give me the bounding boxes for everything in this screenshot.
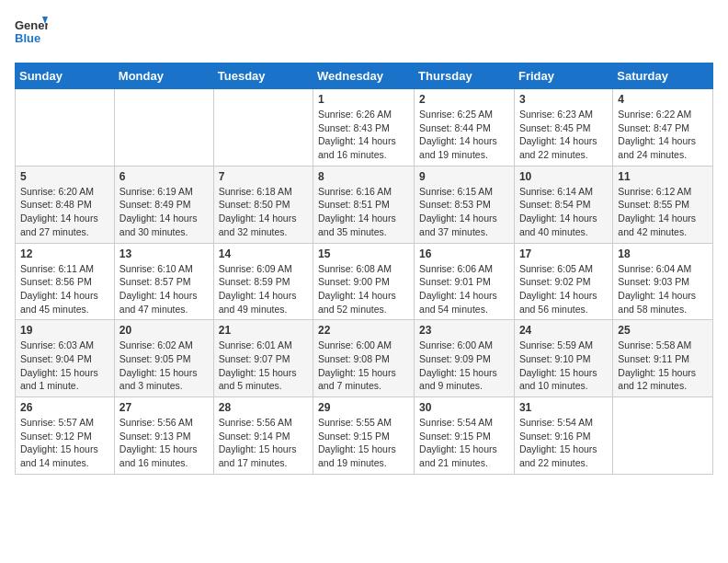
- calendar-cell: 30Sunrise: 5:54 AM Sunset: 9:15 PM Dayli…: [415, 397, 515, 475]
- calendar-cell: 25Sunrise: 5:58 AM Sunset: 9:11 PM Dayli…: [613, 320, 713, 397]
- calendar-week-row: 26Sunrise: 5:57 AM Sunset: 9:12 PM Dayli…: [16, 397, 713, 475]
- day-info: Sunrise: 6:20 AM Sunset: 8:48 PM Dayligh…: [20, 185, 109, 239]
- day-info: Sunrise: 6:25 AM Sunset: 8:44 PM Dayligh…: [419, 108, 509, 162]
- day-number: 2: [419, 93, 509, 106]
- day-info: Sunrise: 5:55 AM Sunset: 9:15 PM Dayligh…: [318, 416, 409, 470]
- day-info: Sunrise: 6:16 AM Sunset: 8:51 PM Dayligh…: [318, 185, 409, 239]
- day-info: Sunrise: 5:56 AM Sunset: 9:13 PM Dayligh…: [119, 416, 209, 470]
- logo-graphic: General Blue: [15, 15, 48, 52]
- weekday-header: Tuesday: [213, 63, 313, 89]
- day-info: Sunrise: 6:03 AM Sunset: 9:04 PM Dayligh…: [20, 339, 109, 393]
- day-number: 8: [318, 170, 409, 183]
- day-info: Sunrise: 6:12 AM Sunset: 8:55 PM Dayligh…: [618, 185, 708, 239]
- day-number: 16: [419, 247, 509, 260]
- day-info: Sunrise: 5:59 AM Sunset: 9:10 PM Dayligh…: [519, 339, 608, 393]
- day-number: 3: [519, 93, 608, 106]
- day-number: 27: [119, 401, 209, 414]
- calendar-cell: 8Sunrise: 6:16 AM Sunset: 8:51 PM Daylig…: [313, 166, 415, 243]
- day-number: 6: [119, 170, 209, 183]
- calendar-cell: 15Sunrise: 6:08 AM Sunset: 9:00 PM Dayli…: [313, 243, 415, 320]
- weekday-header: Monday: [114, 63, 213, 89]
- calendar-cell: 20Sunrise: 6:02 AM Sunset: 9:05 PM Dayli…: [114, 320, 213, 397]
- day-info: Sunrise: 5:54 AM Sunset: 9:16 PM Dayligh…: [519, 416, 608, 470]
- day-info: Sunrise: 6:00 AM Sunset: 9:08 PM Dayligh…: [318, 339, 409, 393]
- calendar-cell: 29Sunrise: 5:55 AM Sunset: 9:15 PM Dayli…: [313, 397, 415, 475]
- day-info: Sunrise: 6:22 AM Sunset: 8:47 PM Dayligh…: [618, 108, 708, 162]
- weekday-header-row: SundayMondayTuesdayWednesdayThursdayFrid…: [16, 63, 713, 89]
- calendar-cell: 27Sunrise: 5:56 AM Sunset: 9:13 PM Dayli…: [114, 397, 213, 475]
- day-number: 24: [519, 324, 608, 337]
- calendar-cell: 5Sunrise: 6:20 AM Sunset: 8:48 PM Daylig…: [16, 166, 115, 243]
- calendar-cell: 7Sunrise: 6:18 AM Sunset: 8:50 PM Daylig…: [213, 166, 313, 243]
- calendar-cell: 14Sunrise: 6:09 AM Sunset: 8:59 PM Dayli…: [213, 243, 313, 320]
- calendar-cell: 10Sunrise: 6:14 AM Sunset: 8:54 PM Dayli…: [514, 166, 612, 243]
- day-info: Sunrise: 5:56 AM Sunset: 9:14 PM Dayligh…: [219, 416, 308, 470]
- day-info: Sunrise: 6:26 AM Sunset: 8:43 PM Dayligh…: [318, 108, 409, 162]
- weekday-header: Thursday: [415, 63, 515, 89]
- svg-text:General: General: [15, 18, 48, 32]
- day-number: 22: [318, 324, 409, 337]
- calendar-week-row: 12Sunrise: 6:11 AM Sunset: 8:56 PM Dayli…: [16, 243, 713, 320]
- calendar-cell: [114, 89, 213, 167]
- day-number: 14: [219, 247, 308, 260]
- calendar-cell: 6Sunrise: 6:19 AM Sunset: 8:49 PM Daylig…: [114, 166, 213, 243]
- day-number: 18: [618, 247, 708, 260]
- day-number: 5: [20, 170, 109, 183]
- day-info: Sunrise: 6:10 AM Sunset: 8:57 PM Dayligh…: [119, 262, 209, 316]
- calendar-cell: [213, 89, 313, 167]
- calendar-cell: 24Sunrise: 5:59 AM Sunset: 9:10 PM Dayli…: [514, 320, 612, 397]
- day-number: 20: [119, 324, 209, 337]
- day-number: 12: [20, 247, 109, 260]
- calendar-cell: 13Sunrise: 6:10 AM Sunset: 8:57 PM Dayli…: [114, 243, 213, 320]
- calendar-cell: 18Sunrise: 6:04 AM Sunset: 9:03 PM Dayli…: [613, 243, 713, 320]
- day-number: 4: [618, 93, 708, 106]
- day-number: 30: [419, 401, 509, 414]
- day-info: Sunrise: 6:23 AM Sunset: 8:45 PM Dayligh…: [519, 108, 608, 162]
- weekday-header: Sunday: [16, 63, 115, 89]
- calendar-cell: [16, 89, 115, 167]
- day-info: Sunrise: 6:06 AM Sunset: 9:01 PM Dayligh…: [419, 262, 509, 316]
- day-number: 13: [119, 247, 209, 260]
- day-number: 19: [20, 324, 109, 337]
- day-number: 15: [318, 247, 409, 260]
- calendar-cell: 9Sunrise: 6:15 AM Sunset: 8:53 PM Daylig…: [415, 166, 515, 243]
- day-info: Sunrise: 5:57 AM Sunset: 9:12 PM Dayligh…: [20, 416, 109, 470]
- day-info: Sunrise: 6:08 AM Sunset: 9:00 PM Dayligh…: [318, 262, 409, 316]
- day-number: 26: [20, 401, 109, 414]
- calendar-cell: 4Sunrise: 6:22 AM Sunset: 8:47 PM Daylig…: [613, 89, 713, 167]
- day-info: Sunrise: 6:04 AM Sunset: 9:03 PM Dayligh…: [618, 262, 708, 316]
- calendar-cell: 2Sunrise: 6:25 AM Sunset: 8:44 PM Daylig…: [415, 89, 515, 167]
- page-header: General Blue: [15, 15, 713, 52]
- calendar-cell: 16Sunrise: 6:06 AM Sunset: 9:01 PM Dayli…: [415, 243, 515, 320]
- day-info: Sunrise: 6:05 AM Sunset: 9:02 PM Dayligh…: [519, 262, 608, 316]
- calendar-cell: 23Sunrise: 6:00 AM Sunset: 9:09 PM Dayli…: [415, 320, 515, 397]
- logo-container: General Blue: [15, 15, 51, 52]
- calendar-week-row: 19Sunrise: 6:03 AM Sunset: 9:04 PM Dayli…: [16, 320, 713, 397]
- day-number: 17: [519, 247, 608, 260]
- weekday-header: Saturday: [613, 63, 713, 89]
- day-info: Sunrise: 5:54 AM Sunset: 9:15 PM Dayligh…: [419, 416, 509, 470]
- day-info: Sunrise: 6:09 AM Sunset: 8:59 PM Dayligh…: [219, 262, 308, 316]
- calendar-cell: 22Sunrise: 6:00 AM Sunset: 9:08 PM Dayli…: [313, 320, 415, 397]
- day-number: 29: [318, 401, 409, 414]
- calendar-cell: 21Sunrise: 6:01 AM Sunset: 9:07 PM Dayli…: [213, 320, 313, 397]
- weekday-header: Wednesday: [313, 63, 415, 89]
- day-number: 11: [618, 170, 708, 183]
- day-info: Sunrise: 6:15 AM Sunset: 8:53 PM Dayligh…: [419, 185, 509, 239]
- calendar-cell: 26Sunrise: 5:57 AM Sunset: 9:12 PM Dayli…: [16, 397, 115, 475]
- day-info: Sunrise: 6:14 AM Sunset: 8:54 PM Dayligh…: [519, 185, 608, 239]
- weekday-header: Friday: [514, 63, 612, 89]
- day-info: Sunrise: 6:19 AM Sunset: 8:49 PM Dayligh…: [119, 185, 209, 239]
- calendar-table: SundayMondayTuesdayWednesdayThursdayFrid…: [15, 63, 713, 475]
- day-number: 28: [219, 401, 308, 414]
- day-number: 7: [219, 170, 308, 183]
- day-number: 9: [419, 170, 509, 183]
- calendar-cell: 31Sunrise: 5:54 AM Sunset: 9:16 PM Dayli…: [514, 397, 612, 475]
- calendar-cell: 19Sunrise: 6:03 AM Sunset: 9:04 PM Dayli…: [16, 320, 115, 397]
- day-number: 10: [519, 170, 608, 183]
- day-info: Sunrise: 6:02 AM Sunset: 9:05 PM Dayligh…: [119, 339, 209, 393]
- day-info: Sunrise: 6:01 AM Sunset: 9:07 PM Dayligh…: [219, 339, 308, 393]
- day-number: 31: [519, 401, 608, 414]
- day-info: Sunrise: 6:00 AM Sunset: 9:09 PM Dayligh…: [419, 339, 509, 393]
- calendar-week-row: 1Sunrise: 6:26 AM Sunset: 8:43 PM Daylig…: [16, 89, 713, 167]
